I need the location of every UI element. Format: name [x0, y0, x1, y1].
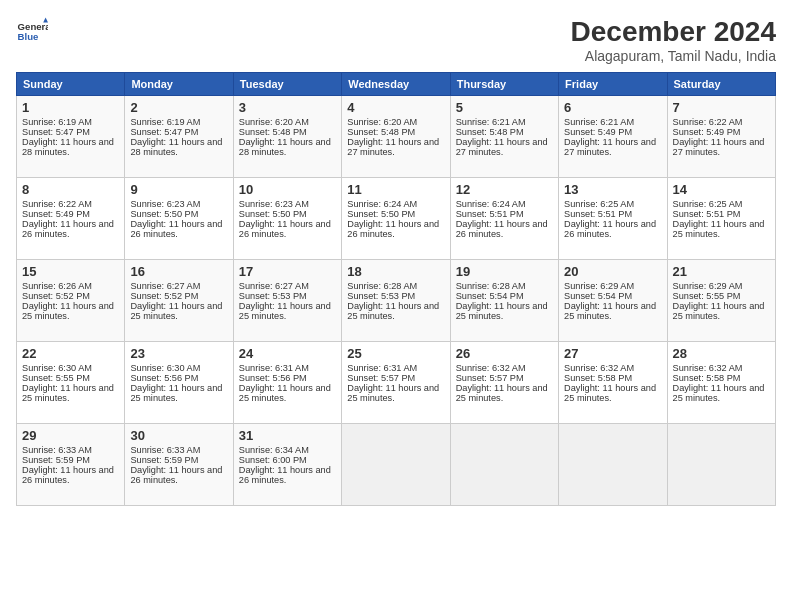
sunrise-text: Sunrise: 6:24 AM	[456, 199, 526, 209]
calendar-table: SundayMondayTuesdayWednesdayThursdayFrid…	[16, 72, 776, 506]
daylight-text: Daylight: 11 hours and 26 minutes.	[456, 219, 548, 239]
sunrise-text: Sunrise: 6:21 AM	[564, 117, 634, 127]
sunrise-text: Sunrise: 6:30 AM	[130, 363, 200, 373]
day-number: 23	[130, 346, 227, 361]
daylight-text: Daylight: 11 hours and 26 minutes.	[239, 219, 331, 239]
daylight-text: Daylight: 11 hours and 25 minutes.	[456, 301, 548, 321]
calendar-week-2: 8Sunrise: 6:22 AMSunset: 5:49 PMDaylight…	[17, 178, 776, 260]
sunset-text: Sunset: 5:50 PM	[347, 209, 415, 219]
svg-text:Blue: Blue	[18, 31, 39, 42]
day-number: 10	[239, 182, 336, 197]
title-block: December 2024 Alagapuram, Tamil Nadu, In…	[571, 16, 776, 64]
sunrise-text: Sunrise: 6:22 AM	[22, 199, 92, 209]
sunset-text: Sunset: 5:57 PM	[456, 373, 524, 383]
day-number: 31	[239, 428, 336, 443]
daylight-text: Daylight: 11 hours and 25 minutes.	[22, 301, 114, 321]
calendar-week-1: 1Sunrise: 6:19 AMSunset: 5:47 PMDaylight…	[17, 96, 776, 178]
calendar-cell: 25Sunrise: 6:31 AMSunset: 5:57 PMDayligh…	[342, 342, 450, 424]
calendar-cell: 13Sunrise: 6:25 AMSunset: 5:51 PMDayligh…	[559, 178, 667, 260]
daylight-text: Daylight: 11 hours and 25 minutes.	[22, 383, 114, 403]
sunset-text: Sunset: 5:59 PM	[22, 455, 90, 465]
sunset-text: Sunset: 5:48 PM	[456, 127, 524, 137]
calendar-cell: 9Sunrise: 6:23 AMSunset: 5:50 PMDaylight…	[125, 178, 233, 260]
sunrise-text: Sunrise: 6:25 AM	[673, 199, 743, 209]
calendar-cell: 12Sunrise: 6:24 AMSunset: 5:51 PMDayligh…	[450, 178, 558, 260]
sunset-text: Sunset: 5:53 PM	[347, 291, 415, 301]
sunrise-text: Sunrise: 6:33 AM	[22, 445, 92, 455]
sunrise-text: Sunrise: 6:23 AM	[130, 199, 200, 209]
calendar-cell: 6Sunrise: 6:21 AMSunset: 5:49 PMDaylight…	[559, 96, 667, 178]
daylight-text: Daylight: 11 hours and 25 minutes.	[564, 383, 656, 403]
calendar-cell: 16Sunrise: 6:27 AMSunset: 5:52 PMDayligh…	[125, 260, 233, 342]
daylight-text: Daylight: 11 hours and 25 minutes.	[673, 301, 765, 321]
day-number: 19	[456, 264, 553, 279]
sunrise-text: Sunrise: 6:27 AM	[239, 281, 309, 291]
calendar-week-3: 15Sunrise: 6:26 AMSunset: 5:52 PMDayligh…	[17, 260, 776, 342]
calendar-cell: 20Sunrise: 6:29 AMSunset: 5:54 PMDayligh…	[559, 260, 667, 342]
calendar-cell: 21Sunrise: 6:29 AMSunset: 5:55 PMDayligh…	[667, 260, 775, 342]
col-header-tuesday: Tuesday	[233, 73, 341, 96]
sunset-text: Sunset: 5:50 PM	[239, 209, 307, 219]
daylight-text: Daylight: 11 hours and 28 minutes.	[239, 137, 331, 157]
daylight-text: Daylight: 11 hours and 25 minutes.	[347, 301, 439, 321]
calendar-cell: 30Sunrise: 6:33 AMSunset: 5:59 PMDayligh…	[125, 424, 233, 506]
calendar-cell: 29Sunrise: 6:33 AMSunset: 5:59 PMDayligh…	[17, 424, 125, 506]
sunrise-text: Sunrise: 6:20 AM	[347, 117, 417, 127]
sunset-text: Sunset: 5:56 PM	[130, 373, 198, 383]
col-header-friday: Friday	[559, 73, 667, 96]
sunset-text: Sunset: 5:55 PM	[673, 291, 741, 301]
sunset-text: Sunset: 5:48 PM	[239, 127, 307, 137]
sunrise-text: Sunrise: 6:21 AM	[456, 117, 526, 127]
sunset-text: Sunset: 5:47 PM	[130, 127, 198, 137]
day-number: 21	[673, 264, 770, 279]
calendar-cell: 18Sunrise: 6:28 AMSunset: 5:53 PMDayligh…	[342, 260, 450, 342]
svg-marker-2	[43, 18, 48, 23]
daylight-text: Daylight: 11 hours and 27 minutes.	[673, 137, 765, 157]
calendar-cell: 2Sunrise: 6:19 AMSunset: 5:47 PMDaylight…	[125, 96, 233, 178]
day-number: 20	[564, 264, 661, 279]
calendar-cell: 7Sunrise: 6:22 AMSunset: 5:49 PMDaylight…	[667, 96, 775, 178]
sunset-text: Sunset: 5:54 PM	[456, 291, 524, 301]
daylight-text: Daylight: 11 hours and 26 minutes.	[130, 219, 222, 239]
page-header: General Blue December 2024 Alagapuram, T…	[16, 16, 776, 64]
calendar-cell: 5Sunrise: 6:21 AMSunset: 5:48 PMDaylight…	[450, 96, 558, 178]
calendar-cell: 15Sunrise: 6:26 AMSunset: 5:52 PMDayligh…	[17, 260, 125, 342]
sunrise-text: Sunrise: 6:24 AM	[347, 199, 417, 209]
sunrise-text: Sunrise: 6:30 AM	[22, 363, 92, 373]
daylight-text: Daylight: 11 hours and 25 minutes.	[239, 383, 331, 403]
day-number: 30	[130, 428, 227, 443]
calendar-cell: 4Sunrise: 6:20 AMSunset: 5:48 PMDaylight…	[342, 96, 450, 178]
sunrise-text: Sunrise: 6:32 AM	[564, 363, 634, 373]
logo: General Blue	[16, 16, 48, 48]
daylight-text: Daylight: 11 hours and 25 minutes.	[673, 383, 765, 403]
daylight-text: Daylight: 11 hours and 27 minutes.	[456, 137, 548, 157]
sunrise-text: Sunrise: 6:32 AM	[456, 363, 526, 373]
sunrise-text: Sunrise: 6:28 AM	[456, 281, 526, 291]
sunset-text: Sunset: 5:51 PM	[673, 209, 741, 219]
sunset-text: Sunset: 5:55 PM	[22, 373, 90, 383]
day-number: 17	[239, 264, 336, 279]
sunset-text: Sunset: 5:53 PM	[239, 291, 307, 301]
sunset-text: Sunset: 5:50 PM	[130, 209, 198, 219]
day-number: 16	[130, 264, 227, 279]
day-number: 12	[456, 182, 553, 197]
calendar-cell: 1Sunrise: 6:19 AMSunset: 5:47 PMDaylight…	[17, 96, 125, 178]
calendar-cell: 28Sunrise: 6:32 AMSunset: 5:58 PMDayligh…	[667, 342, 775, 424]
day-number: 1	[22, 100, 119, 115]
sunset-text: Sunset: 5:54 PM	[564, 291, 632, 301]
daylight-text: Daylight: 11 hours and 25 minutes.	[347, 383, 439, 403]
sunrise-text: Sunrise: 6:34 AM	[239, 445, 309, 455]
sunrise-text: Sunrise: 6:31 AM	[239, 363, 309, 373]
day-number: 29	[22, 428, 119, 443]
daylight-text: Daylight: 11 hours and 25 minutes.	[130, 383, 222, 403]
sunrise-text: Sunrise: 6:31 AM	[347, 363, 417, 373]
calendar-cell: 10Sunrise: 6:23 AMSunset: 5:50 PMDayligh…	[233, 178, 341, 260]
sunrise-text: Sunrise: 6:25 AM	[564, 199, 634, 209]
sunrise-text: Sunrise: 6:27 AM	[130, 281, 200, 291]
calendar-cell: 26Sunrise: 6:32 AMSunset: 5:57 PMDayligh…	[450, 342, 558, 424]
sunset-text: Sunset: 6:00 PM	[239, 455, 307, 465]
day-number: 4	[347, 100, 444, 115]
day-number: 15	[22, 264, 119, 279]
calendar-cell: 31Sunrise: 6:34 AMSunset: 6:00 PMDayligh…	[233, 424, 341, 506]
calendar-cell: 8Sunrise: 6:22 AMSunset: 5:49 PMDaylight…	[17, 178, 125, 260]
